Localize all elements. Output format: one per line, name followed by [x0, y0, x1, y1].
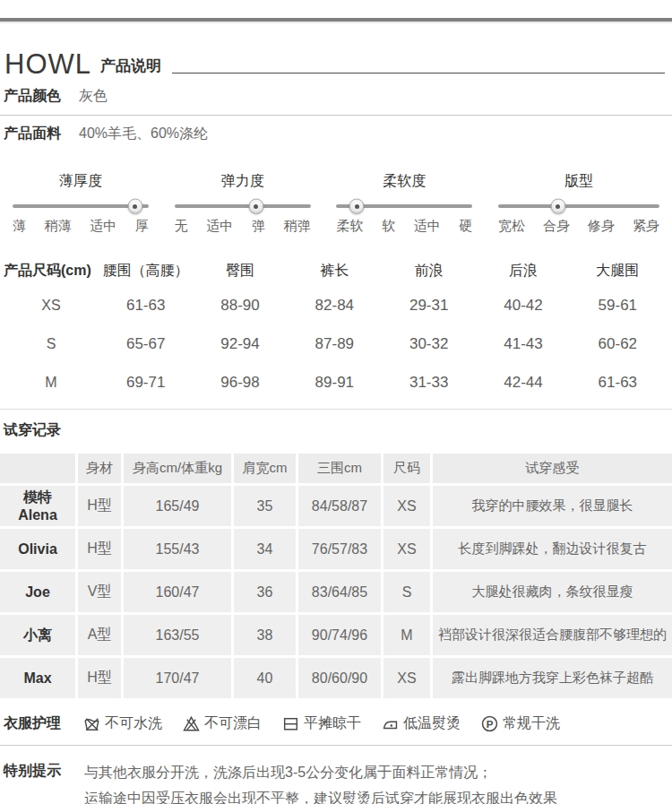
no-bleach-icon — [182, 714, 201, 733]
size-col-hip: 臀围 — [193, 262, 287, 281]
size-value: 60-62 — [571, 335, 665, 353]
brand-logo: HOWL — [4, 50, 91, 78]
model-height-weight: 155/43 — [124, 529, 231, 569]
tryon-col-measurements: 三围cm — [298, 454, 381, 483]
slider-track — [336, 204, 472, 208]
care-item-label: 平摊晾干 — [304, 714, 361, 733]
slider-knob[interactable] — [550, 199, 565, 214]
model-name-line2: Alena — [0, 506, 75, 524]
size-table-section: 产品尺码(cm) 腰围（高腰） 臀围 裤长 前浪 后浪 大腿围 XS 61-63… — [0, 240, 672, 396]
model-body-type: H型 — [78, 486, 121, 526]
tryon-col-height-weight: 身高cm/体重kg — [124, 454, 231, 483]
model-body-type: H型 — [78, 658, 121, 698]
model-feedback: 长度到脚踝处，翻边设计很复古 — [433, 529, 672, 569]
attribute-sliders: 薄厚度 薄 稍薄 适中 厚 弹力度 无 适中 弹 稍弹 柔软度 柔软 软 适 — [0, 152, 672, 240]
model-name: Olivia — [0, 529, 75, 569]
tryon-row-joe: Joe V型 160/47 36 83/64/85 S 大腿处很藏肉，条纹很显瘦 — [0, 572, 672, 612]
model-height-weight: 165/49 — [124, 486, 231, 526]
slider-knob[interactable] — [127, 199, 142, 214]
size-value: 41-43 — [476, 335, 570, 353]
size-value: 88-90 — [193, 297, 287, 315]
slider-tick-label: 适中 — [90, 218, 116, 235]
model-measurements: 90/74/96 — [298, 615, 381, 655]
note-line: 与其他衣服分开洗，洗涤后出现3-5公分变化属于面料正常情况； — [84, 759, 615, 785]
size-col-waist: 腰围（高腰） — [99, 262, 193, 281]
slider-knob[interactable] — [349, 199, 365, 214]
model-name: 小离 — [0, 615, 75, 655]
size-value: 42-44 — [476, 374, 570, 392]
model-feedback: 我穿的中腰效果，很显腿长 — [433, 486, 672, 526]
slider-thickness: 薄厚度 薄 稍薄 适中 厚 — [13, 172, 149, 235]
model-measurements: 76/57/83 — [298, 529, 381, 569]
fabric-value: 40%羊毛、60%涤纶 — [79, 125, 208, 143]
product-color-row: 产品颜色 灰色 — [0, 78, 672, 115]
size-col-front-rise: 前浪 — [382, 262, 476, 281]
model-height-weight: 160/47 — [124, 572, 231, 612]
care-item-no-bleach: 不可漂白 — [182, 714, 262, 733]
slider-tick-label: 适中 — [206, 218, 233, 235]
tryon-table: 身材 身高cm/体重kg 肩宽cm 三围cm 尺码 试穿感受 模特Alena H… — [0, 451, 672, 701]
model-name-line1: Joe — [0, 584, 75, 601]
size-value: 87-89 — [288, 335, 382, 353]
dry-clean-icon: P — [480, 714, 499, 733]
slider-softness: 柔软度 柔软 软 适中 硬 — [336, 172, 472, 235]
slider-tick-label: 合身 — [543, 218, 570, 235]
notes-lines: 与其他衣服分开洗，洗涤后出现3-5公分变化属于面料正常情况； 运输途中因受压衣服… — [84, 759, 615, 804]
slider-knob[interactable] — [248, 199, 263, 214]
size-name: S — [4, 336, 99, 352]
model-measurements: 80/60/90 — [298, 658, 381, 698]
model-size: XS — [383, 529, 430, 569]
size-value: 96-98 — [193, 374, 287, 392]
care-item-iron-low: 低温熨烫 — [381, 714, 461, 733]
size-value: 61-63 — [99, 297, 193, 315]
care-section: 衣服护理 不可水洗 不可漂白 平摊晾干 低温熨烫 P — [0, 701, 672, 745]
model-feedback: 大腿处很藏肉，条纹很显瘦 — [433, 572, 672, 612]
slider-elasticity: 弹力度 无 适中 弹 稍弹 — [175, 172, 311, 235]
slider-tick-label: 软 — [382, 218, 395, 235]
model-size: S — [383, 572, 430, 612]
model-shoulder: 38 — [234, 615, 296, 655]
model-height-weight: 170/47 — [124, 658, 231, 698]
slider-labels: 薄 稍薄 适中 厚 — [13, 218, 149, 235]
model-shoulder: 36 — [234, 572, 296, 612]
care-item-label: 低温熨烫 — [403, 714, 461, 733]
tryon-col-feedback: 试穿感受 — [433, 454, 672, 483]
size-value: 89-91 — [288, 374, 382, 392]
tryon-col-body: 身材 — [78, 454, 121, 483]
model-body-type: V型 — [78, 572, 121, 612]
size-value: 61-63 — [571, 374, 665, 392]
care-item-label: 常规干洗 — [503, 714, 560, 733]
special-notes-section: 特别提示 与其他衣服分开洗，洗涤后出现3-5公分变化属于面料正常情况； 运输途中… — [0, 746, 672, 804]
tryon-section-title: 试穿记录 — [0, 410, 672, 451]
model-name-line1: 模特 — [0, 488, 75, 506]
size-value: 30-32 — [382, 335, 476, 353]
model-name-line1: Olivia — [0, 540, 75, 558]
size-value: 69-71 — [99, 374, 193, 392]
slider-tick-label: 柔软 — [336, 218, 363, 235]
slider-tick-label: 稍薄 — [45, 218, 72, 235]
page-header: HOWL 产品说明 — [0, 23, 672, 78]
tryon-col-shoulder: 肩宽cm — [234, 454, 296, 483]
slider-labels: 无 适中 弹 稍弹 — [175, 218, 311, 235]
model-name-line1: Max — [0, 670, 75, 687]
slider-tick-label: 紧身 — [633, 218, 659, 235]
dry-flat-icon — [281, 714, 300, 733]
model-height-weight: 163/55 — [124, 615, 231, 655]
slider-tick-label: 无 — [175, 218, 188, 235]
iron-low-icon — [381, 714, 400, 733]
model-name: Max — [0, 658, 75, 698]
slider-tick-label: 修身 — [588, 218, 615, 235]
slider-track — [175, 204, 311, 208]
notes-label: 特别提示 — [4, 759, 84, 804]
model-feedback: 裆部设计很深很适合腰腹部不够理想的 — [433, 615, 672, 655]
size-row-xs: XS 61-63 88-90 82-84 29-31 40-42 59-61 — [4, 291, 665, 319]
slider-tick-label: 弹 — [252, 218, 265, 235]
care-item-dry-clean: P 常规干洗 — [480, 714, 560, 733]
tryon-col-size: 尺码 — [383, 454, 430, 483]
model-name: 模特Alena — [0, 486, 75, 526]
color-value: 灰色 — [79, 87, 108, 106]
model-measurements: 84/58/87 — [298, 486, 381, 526]
slider-labels: 柔软 软 适中 硬 — [336, 218, 472, 235]
model-name-line1: 小离 — [0, 627, 75, 644]
care-label: 衣服护理 — [4, 714, 82, 733]
